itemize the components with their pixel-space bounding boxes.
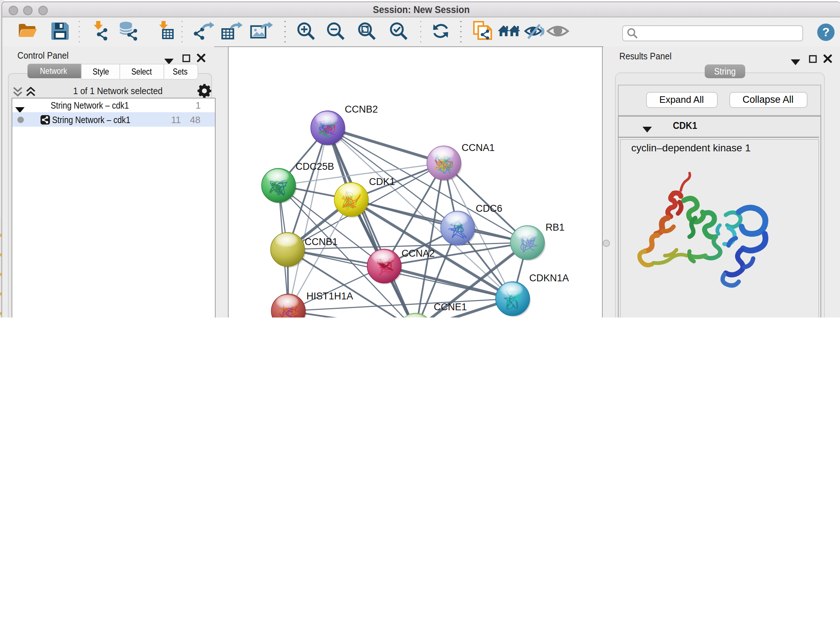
svg-text:CDC6: CDC6 <box>476 203 502 214</box>
svg-text:CCNA1: CCNA1 <box>462 142 495 153</box>
svg-text:CDKN1A: CDKN1A <box>529 272 569 283</box>
svg-text:CDC25B: CDC25B <box>295 161 334 172</box>
svg-text:CCNA2: CCNA2 <box>401 248 435 258</box>
svg-text:CCNE1: CCNE1 <box>434 301 467 312</box>
svg-text:RB1: RB1 <box>546 222 565 233</box>
svg-text:CDK1: CDK1 <box>369 176 395 187</box>
svg-text:?: ? <box>822 25 829 38</box>
svg-text:CCNB2: CCNB2 <box>345 103 378 114</box>
svg-text:CCNB1: CCNB1 <box>305 236 338 247</box>
svg-text:HIST1H1A: HIST1H1A <box>306 290 353 301</box>
